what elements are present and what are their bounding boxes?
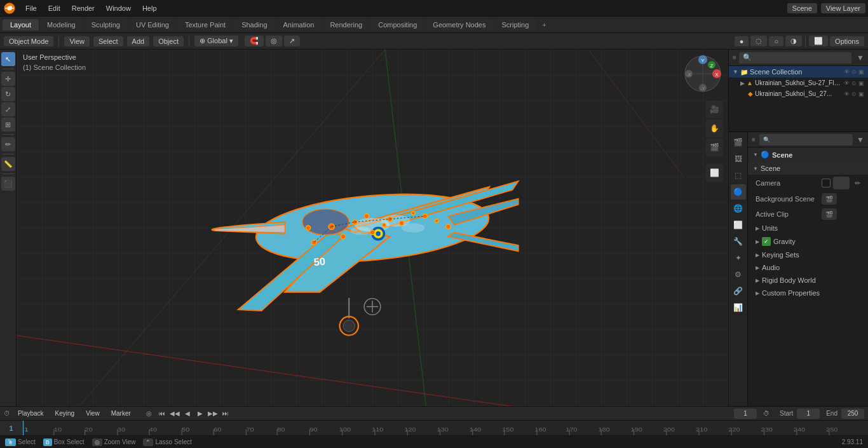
scene-props-icon[interactable]: 🔵 [731, 184, 746, 200]
view-menu[interactable]: View [64, 36, 90, 46]
outliner-filter-icon[interactable]: ▼ [857, 53, 864, 62]
hand-tool[interactable]: ✋ [705, 119, 723, 137]
annotate-tool[interactable]: ✏ [1, 137, 15, 151]
custom-props-section[interactable]: ▶ Custom Properties [748, 287, 868, 299]
camera-value[interactable] [833, 177, 850, 189]
play-forward[interactable]: ▶ [194, 408, 206, 419]
rigid-body-section[interactable]: ▶ Rigid Body World [748, 274, 868, 287]
output-props-icon[interactable]: 🖼 [731, 151, 746, 166]
collection-restrict1[interactable]: 👁 [844, 69, 850, 75]
obj2-restrict3[interactable]: ▣ [858, 91, 864, 97]
scale-tool[interactable]: ⤢ [1, 102, 15, 116]
time-display-toggle[interactable]: ⏱ [761, 408, 772, 419]
audio-section[interactable]: ▶ Audio [748, 261, 868, 274]
view-menu-tl[interactable]: View [82, 409, 104, 417]
viewport-shading-wire[interactable]: ◌ [750, 36, 767, 46]
options-button[interactable]: Options [830, 36, 864, 46]
background-scene-value[interactable]: 🎬 [822, 193, 837, 205]
blender-logo[interactable] [3, 1, 17, 15]
select-menu[interactable]: Select [93, 36, 123, 46]
view-layer-props-icon[interactable]: ⬚ [731, 168, 746, 183]
object-row-2[interactable]: ◆ Ukrainian_Sukhoi_Su_27... 👁 ⊙ ▣ [729, 88, 868, 99]
camera-view-btn[interactable]: 🎥 [705, 100, 723, 118]
units-section[interactable]: ▶ Units [748, 222, 868, 234]
view-layer-selector[interactable]: View Layer [821, 3, 865, 13]
tab-texture-paint[interactable]: Texture Paint [177, 19, 233, 31]
gravity-section[interactable]: ▶ ✓ Gravity [748, 234, 868, 248]
marker-menu[interactable]: Marker [107, 409, 135, 417]
jump-end[interactable]: ⏭ [220, 408, 231, 419]
scene-section-header[interactable]: ▼ 🔵 Scene [748, 147, 868, 162]
menu-window[interactable]: Window [101, 3, 136, 13]
playback-menu[interactable]: Playback [14, 409, 48, 417]
tab-compositing[interactable]: Compositing [370, 19, 424, 31]
menu-edit[interactable]: Edit [43, 3, 65, 13]
tab-modeling[interactable]: Modeling [39, 19, 83, 31]
menu-file[interactable]: File [20, 3, 42, 13]
gravity-checkbox[interactable]: ✓ [762, 237, 771, 246]
tab-rendering[interactable]: Rendering [322, 19, 370, 31]
end-frame-input[interactable]: 250 [841, 409, 864, 419]
viewport[interactable]: User Perspective (1) Scene Collection Y … [17, 50, 728, 406]
measure-tool[interactable]: 📏 [1, 157, 15, 171]
tab-layout[interactable]: Layout [3, 19, 39, 31]
timeline-panel-icon[interactable]: ⏱ [4, 410, 10, 417]
tab-shading[interactable]: Shading [234, 19, 275, 31]
world-props-icon[interactable]: 🌐 [731, 201, 746, 216]
collection-restrict3[interactable]: ▣ [858, 69, 864, 75]
tab-geometry-nodes[interactable]: Geometry Nodes [425, 19, 493, 31]
physics-props-icon[interactable]: ⚙ [731, 267, 746, 282]
transform-tool[interactable]: ⊞ [1, 118, 15, 132]
particles-props-icon[interactable]: ✦ [731, 250, 746, 266]
scene-collection-row[interactable]: ▼ 📁 Scene Collection 👁 ⊙ ▣ [729, 66, 868, 78]
tab-scripting[interactable]: Scripting [494, 19, 536, 31]
move-tool[interactable]: ✛ [1, 72, 15, 86]
constraints-props-icon[interactable]: 🔗 [731, 283, 746, 299]
render-btn[interactable]: 🎬 [705, 139, 723, 156]
keying-sets-section[interactable]: ▶ Keying Sets [748, 248, 868, 261]
mode-dropdown[interactable]: Object Mode [4, 36, 53, 46]
graph-btn[interactable]: ↗ [284, 36, 300, 46]
render-props-icon[interactable]: 🎬 [731, 135, 746, 150]
proportional-edit[interactable]: ◎ [266, 36, 282, 46]
sync-toggle[interactable]: ◎ [144, 408, 155, 419]
obj1-restrict2[interactable]: ⊙ [851, 80, 857, 86]
obj1-restrict3[interactable]: ▣ [858, 80, 864, 86]
rotate-tool[interactable]: ↻ [1, 87, 15, 101]
timeline-body[interactable]: 1 1 10 20 30 40 50 60 70 [0, 421, 868, 435]
props-options-icon[interactable]: ▼ [857, 135, 864, 144]
data-props-icon[interactable]: 📊 [731, 300, 746, 315]
active-clip-value[interactable]: 🎬 [822, 208, 837, 220]
object-menu[interactable]: Object [153, 36, 184, 46]
tab-uv-editing[interactable]: UV Editing [128, 19, 177, 31]
scene-selector[interactable]: Scene [787, 3, 817, 13]
keying-menu[interactable]: Keying [51, 409, 79, 417]
object-row-1[interactable]: ▶ ▲ Ukrainian_Sukhoi_Su-27_Fla... 👁 ⊙ ▣ [729, 78, 868, 88]
obj1-restrict1[interactable]: 👁 [844, 80, 850, 86]
props-filter-input[interactable]: 🔍 [759, 134, 853, 146]
viewport-shading-solid[interactable]: ● [735, 36, 749, 46]
collection-restrict2[interactable]: ⊙ [851, 69, 857, 75]
camera-edit-btn[interactable]: ✏ [855, 179, 860, 187]
step-back[interactable]: ◀◀ [169, 408, 180, 419]
tab-sculpting[interactable]: Sculpting [84, 19, 128, 31]
object-props-icon[interactable]: ⬜ [731, 217, 746, 233]
outliner-search[interactable]: 🔍 [739, 52, 851, 64]
add-menu[interactable]: Add [127, 36, 150, 46]
step-forward[interactable]: ▶▶ [207, 408, 219, 419]
xray-toggle[interactable]: ⬜ [809, 36, 828, 46]
navigation-widget[interactable]: Y X -Y -X Z [684, 55, 722, 93]
modifier-props-icon[interactable]: 🔧 [731, 234, 746, 249]
add-workspace-button[interactable]: + [537, 19, 551, 31]
obj2-restrict1[interactable]: 👁 [844, 91, 850, 97]
viewport-shading-material[interactable]: ○ [769, 36, 783, 46]
collection-toggle[interactable]: ⬜ [705, 164, 723, 182]
select-tool[interactable]: ↖ [1, 52, 15, 66]
scene-subsection-header[interactable]: ▼ Scene [748, 162, 868, 175]
menu-help[interactable]: Help [137, 3, 162, 13]
snap-toggle[interactable]: 🧲 [245, 36, 264, 46]
tab-animation[interactable]: Animation [276, 19, 322, 31]
transform-mode[interactable]: ⊕ Global ▾ [194, 36, 238, 46]
jump-start[interactable]: ⏮ [156, 408, 168, 419]
add-cube-tool[interactable]: ⬛ [1, 177, 15, 191]
